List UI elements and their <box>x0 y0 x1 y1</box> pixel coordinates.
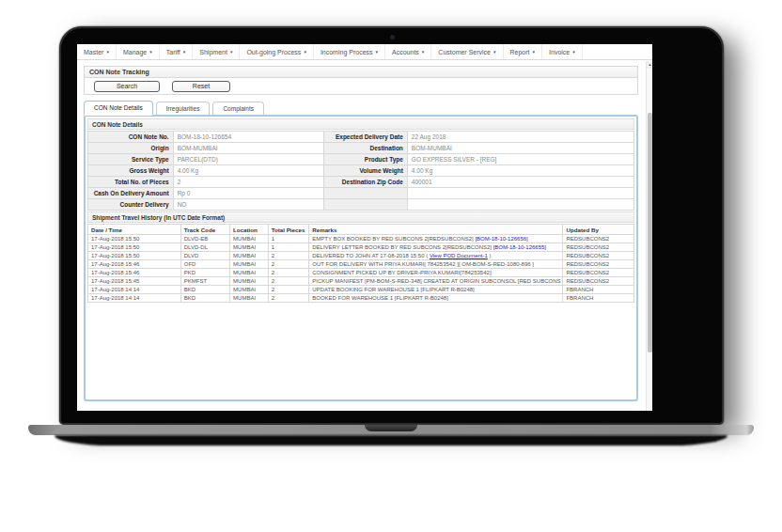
history-pieces: 2 <box>268 260 309 269</box>
history-track-code: OFD <box>180 260 229 269</box>
details-value: 22 Aug 2018 <box>407 132 633 143</box>
details-label: Destination <box>323 143 407 154</box>
history-updated-by: FBRANCH <box>563 294 634 303</box>
tab-con-note-details[interactable]: CON Note Details <box>84 101 153 116</box>
history-pieces: 1 <box>268 235 309 243</box>
history-date: 17-Aug-2018 15:50 <box>88 235 181 243</box>
history-section-header: Shipment Travel History (In UTC Date For… <box>87 211 634 223</box>
history-track-code: BKD <box>180 286 229 294</box>
details-row: Counter DeliveryNO <box>88 199 634 211</box>
details-label: Service Type <box>88 154 174 165</box>
details-value: PARCEL(DTD) <box>173 154 323 165</box>
history-pieces: 2 <box>268 269 309 277</box>
laptop-base-notch <box>365 425 417 431</box>
history-remarks: BOOKED FOR WAREHOUSE 1 [FLIPKART R-B0248… <box>309 294 563 303</box>
history-column-date-time: Date / Time <box>88 225 181 235</box>
reset-button[interactable]: Reset <box>172 81 230 92</box>
menu-item-report[interactable]: Report▾ <box>504 44 543 59</box>
menu-item-label: Manage <box>123 49 147 55</box>
scroll-up-icon[interactable]: ▲ <box>647 61 652 69</box>
menu-item-label: Shipment <box>199 49 227 55</box>
laptop-screen-bezel: Master▾Manage▾Tariff▾Shipment▾Out-going … <box>59 26 724 425</box>
history-remarks: DELIVERED TO JOHN AT 17-08-2018 15:50 ( … <box>309 252 563 260</box>
history-row: 17-Aug-2018 15:50DLVDMUMBAI2DELIVERED TO… <box>88 252 634 260</box>
menu-item-label: Master <box>84 49 103 55</box>
history-column-total-pieces: Total Pieces <box>268 225 309 235</box>
chevron-down-icon: ▾ <box>493 50 496 55</box>
menu-item-label: Report <box>510 49 530 55</box>
history-track-code: PKMFST <box>180 277 229 286</box>
laptop-base <box>28 425 754 435</box>
menu-item-accounts[interactable]: Accounts▾ <box>385 44 431 59</box>
history-location: MUMBAI <box>230 252 269 260</box>
page-title: CON Note Tracking <box>89 69 149 75</box>
details-label <box>323 199 407 211</box>
remark-link[interactable]: [BOM-18-10-126656] <box>475 236 527 242</box>
history-remarks: UPDATE BOOKING FOR WAREHOUSE 1 [FLIPKART… <box>309 286 563 294</box>
history-updated-by: REDSUBCONS2 <box>563 269 634 277</box>
history-pieces: 2 <box>268 294 309 303</box>
menu-item-invoice[interactable]: Invoice▾ <box>542 44 583 59</box>
tab-bar: CON Note DetailsIrregularitiesComplaints <box>84 100 264 115</box>
details-label: Gross Weight <box>88 165 174 177</box>
app-window: Master▾Manage▾Tariff▾Shipment▾Out-going … <box>77 44 652 411</box>
details-value: 4.00 Kg <box>173 165 323 177</box>
details-value: NO <box>173 199 323 211</box>
details-value <box>407 188 633 199</box>
history-location: MUMBAI <box>230 286 269 294</box>
details-label: Product Type <box>323 154 407 165</box>
chevron-down-icon: ▾ <box>304 50 306 55</box>
menu-item-master[interactable]: Master▾ <box>77 44 117 59</box>
history-track-code: BKD <box>180 294 229 303</box>
history-pieces: 2 <box>268 286 309 294</box>
history-date: 17-Aug-2018 14:14 <box>88 286 181 294</box>
menu-item-shipment[interactable]: Shipment▾ <box>193 44 240 59</box>
history-row: 17-Aug-2018 15:46PKDMUMBAI2CONSIGNMENT P… <box>88 269 634 277</box>
details-label: Destination Zip Code <box>323 177 407 188</box>
history-updated-by: REDSUBCONS2 <box>563 260 634 269</box>
travel-history-table: Date / TimeTrack CodeLocationTotal Piece… <box>87 224 634 303</box>
history-updated-by: FBRANCH <box>563 286 634 294</box>
menu-item-out-going-process[interactable]: Out-going Process▾ <box>240 44 314 59</box>
details-value: 400001 <box>407 177 633 188</box>
details-row: Service TypePARCEL(DTD)Product TypeGO EX… <box>88 154 634 165</box>
history-updated-by: REDSUBCONS2 <box>563 277 634 286</box>
history-track-code: DLVD <box>180 252 229 260</box>
history-date: 17-Aug-2018 15:50 <box>88 243 181 252</box>
history-location: MUMBAI <box>230 243 269 252</box>
scrollbar-thumb[interactable] <box>648 113 652 352</box>
history-column-remarks: Remarks <box>309 225 563 235</box>
history-location: MUMBAI <box>230 269 269 277</box>
remark-link[interactable]: View POD Document-1 <box>430 253 488 258</box>
tab-complaints[interactable]: Complaints <box>212 102 264 115</box>
details-label: Expected Delivery Date <box>323 132 407 143</box>
details-row: OriginBOM-MUMBAIDestinationBOM-MUMBAI <box>88 143 634 154</box>
history-date: 17-Aug-2018 15:46 <box>88 260 181 269</box>
menu-item-label: Tariff <box>166 49 180 55</box>
details-row: CON Note No.BOM-18-10-126654Expected Del… <box>88 132 634 143</box>
history-remarks: EMPTY BOX BOOKED BY RED SUBCONS 2[REDSUB… <box>309 235 563 243</box>
history-location: MUMBAI <box>230 294 269 303</box>
history-updated-by: REDSUBCONS2 <box>563 235 634 243</box>
menu-item-incoming-process[interactable]: Incoming Process▾ <box>314 44 385 59</box>
history-row: 17-Aug-2018 14:14BKDMUMBAI2BOOKED FOR WA… <box>88 294 634 303</box>
history-updated-by: REDSUBCONS2 <box>563 252 634 260</box>
page-canvas: Master▾Manage▾Tariff▾Shipment▾Out-going … <box>0 0 782 532</box>
details-row: Gross Weight4.00 KgVolume Weight4.00 Kg <box>88 165 634 177</box>
laptop-base-shadow <box>55 435 727 446</box>
history-row: 17-Aug-2018 15:45PKMFSTMUMBAI2PICKUP MAN… <box>88 277 634 286</box>
menu-item-label: Out-going Process <box>246 49 301 55</box>
history-pieces: 1 <box>268 243 309 252</box>
vertical-scrollbar[interactable]: ▲ <box>646 61 652 411</box>
details-label <box>323 188 407 199</box>
remark-link[interactable]: [BOM-18-10-126655] <box>493 244 546 250</box>
details-value: 2 <box>173 177 323 188</box>
menu-item-manage[interactable]: Manage▾ <box>117 44 160 59</box>
tab-irregularities[interactable]: Irregularities <box>156 102 211 115</box>
chevron-down-icon: ▾ <box>422 50 425 55</box>
search-button[interactable]: Search <box>94 81 160 92</box>
menu-item-customer-service[interactable]: Customer Service▾ <box>431 44 503 59</box>
chevron-down-icon: ▾ <box>230 50 233 55</box>
menu-item-tariff[interactable]: Tariff▾ <box>160 44 194 59</box>
history-track-code: DLVD-EB <box>180 235 229 243</box>
